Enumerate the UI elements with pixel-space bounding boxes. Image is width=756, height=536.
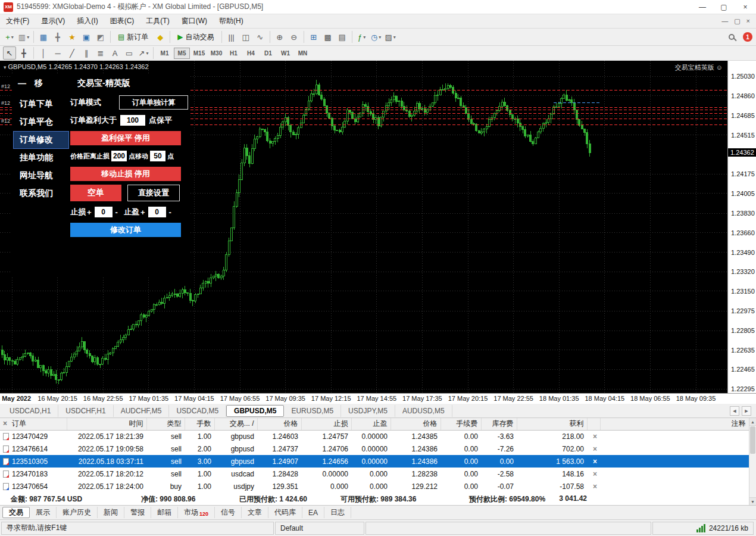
new-order-button[interactable]: ▤新订单 xyxy=(114,30,152,43)
modify-order-button[interactable]: 修改订单 xyxy=(70,223,181,237)
horizontal-line-icon[interactable]: ─ xyxy=(51,46,64,60)
ea-menu-item[interactable]: 订单平仓 xyxy=(13,113,69,131)
close-order-button[interactable]: × xyxy=(593,457,597,466)
column-header[interactable]: 价格 xyxy=(257,418,301,430)
chart-minimize-icon[interactable]: — xyxy=(721,17,728,25)
cursor-icon[interactable]: ↖ xyxy=(3,46,16,60)
menu-item[interactable]: 工具(T) xyxy=(140,16,175,26)
menu-item[interactable]: 插入(I) xyxy=(71,16,104,26)
autotrading-button[interactable]: ▶自动交易 xyxy=(173,30,218,43)
chart-restore-icon[interactable]: ▢ xyxy=(734,17,740,25)
trendline-icon[interactable]: ╱ xyxy=(65,46,79,60)
profiles-icon[interactable]: ▥▾ xyxy=(17,30,30,43)
tile-windows-icon[interactable]: ⊞ xyxy=(307,30,320,43)
timeframe-m1[interactable]: M1 xyxy=(157,48,173,59)
navigator-icon[interactable]: ★ xyxy=(65,30,79,43)
column-header[interactable]: 止盈 xyxy=(351,418,391,430)
terminal-tab-账户历史[interactable]: 账户历史 xyxy=(57,507,98,518)
table-row[interactable]: 1234766142022.05.17 19:09:58sell2.00gbpu… xyxy=(0,442,749,455)
chart-tab[interactable]: USDJPY,M5 xyxy=(341,405,395,417)
chart-tab[interactable]: USDCHF,H1 xyxy=(58,405,113,417)
ea-menu-item[interactable]: 订单修改 xyxy=(13,131,69,149)
status-profile[interactable]: Default xyxy=(275,522,364,535)
breakeven-toggle-button[interactable]: 盈利保平 停用 xyxy=(70,131,181,145)
sl-input[interactable] xyxy=(95,207,113,217)
column-header[interactable]: 交易... / xyxy=(214,418,257,430)
chart-tabs-scroll-left-button[interactable]: ◄ xyxy=(730,406,739,416)
terminal-tab-市场[interactable]: 市场120 xyxy=(178,507,215,518)
chart-tab[interactable]: AUDUSD,M5 xyxy=(395,405,452,417)
arrange-windows-icon[interactable]: ▤ xyxy=(336,30,349,43)
chart-tab[interactable]: USDCAD,H1 xyxy=(2,405,58,417)
column-header[interactable]: 手数 xyxy=(185,418,214,430)
candlestick-chart-icon[interactable]: ◫ xyxy=(239,30,252,43)
crosshair-icon[interactable]: ╋ xyxy=(17,46,30,60)
notification-badge[interactable]: 1 xyxy=(743,32,752,42)
bar-chart-icon[interactable]: ||| xyxy=(225,30,238,43)
timeframe-h1[interactable]: H1 xyxy=(226,48,242,59)
terminal-panel-icon[interactable]: ▣ xyxy=(80,30,93,43)
scroll-down-icon[interactable]: ▼ xyxy=(749,497,756,505)
column-header[interactable]: 手续费 xyxy=(441,418,481,430)
zoom-in-icon[interactable]: ⊕ xyxy=(273,30,286,43)
time-axis[interactable]: 16 May 202216 May 20:1516 May 22:5517 Ma… xyxy=(0,393,756,404)
sl-plus-button[interactable]: + xyxy=(87,208,92,217)
chart-tabs-scroll-right-button[interactable]: ► xyxy=(742,406,751,416)
market-watch-icon[interactable]: ▦ xyxy=(37,30,50,43)
data-window-icon[interactable]: ╋ xyxy=(51,30,64,43)
close-order-button[interactable]: × xyxy=(593,445,597,453)
strategy-tester-icon[interactable]: ◩ xyxy=(94,30,107,43)
tp-plus-button[interactable]: + xyxy=(140,208,145,217)
trail-step-input[interactable] xyxy=(150,151,165,161)
order-mode-button[interactable]: 订单单独计算 xyxy=(119,95,188,110)
terminal-tab-代码库[interactable]: 代码库 xyxy=(268,507,302,518)
channel-icon[interactable]: ∥ xyxy=(80,46,93,60)
label-icon[interactable]: ▭ xyxy=(123,46,136,60)
table-row[interactable]: 1234701832022.05.17 18:20:12sell1.00usdc… xyxy=(0,468,749,480)
text-icon[interactable]: A xyxy=(108,46,121,60)
ea-menu-item[interactable]: 联系我们 xyxy=(13,185,69,202)
chart-area[interactable]: #12#12#12 ▾GBPUSD,M5 1.24265 1.24370 1.2… xyxy=(0,61,756,404)
terminal-tab-新闻[interactable]: 新闻 xyxy=(98,507,124,518)
arrows-icon[interactable]: ↗▾ xyxy=(137,46,150,60)
column-header[interactable]: 价格 xyxy=(391,418,441,430)
window-minimize-button[interactable]: — xyxy=(692,0,713,14)
column-header[interactable]: 止损 xyxy=(301,418,351,430)
menu-item[interactable]: 帮助(H) xyxy=(213,16,249,26)
chart-tab[interactable]: USDCAD,M5 xyxy=(169,405,226,417)
terminal-tab-信号[interactable]: 信号 xyxy=(215,507,242,518)
terminal-tab-日志[interactable]: 日志 xyxy=(324,507,351,518)
timeframe-w1[interactable]: W1 xyxy=(277,48,293,59)
column-header[interactable]: 注释 xyxy=(600,418,749,430)
chart-tab[interactable]: GBPUSD,M5 xyxy=(226,405,284,417)
cascade-windows-icon[interactable]: ▩ xyxy=(321,30,335,43)
fibonacci-icon[interactable]: ≣ xyxy=(94,46,107,60)
window-maximize-button[interactable]: ▢ xyxy=(713,0,735,14)
trailing-stop-toggle-button[interactable]: 移动止损 停用 xyxy=(70,167,181,181)
menu-item[interactable]: 显示(V) xyxy=(35,16,71,26)
ea-move-handle[interactable]: 移 xyxy=(35,78,43,89)
orders-table[interactable]: ×订单时间类型手数交易... /价格止损止盈价格手续费库存费获利注释 12347… xyxy=(0,418,749,493)
vertical-line-icon[interactable]: │ xyxy=(37,46,50,60)
terminal-scrollbar[interactable]: ▲ ▼ xyxy=(749,418,756,505)
terminal-close-icon[interactable]: × xyxy=(3,419,7,428)
table-row[interactable]: 1234704292022.05.17 18:21:39sell1.00gbpu… xyxy=(0,430,749,442)
new-chart-icon[interactable]: +▾ xyxy=(3,30,16,43)
terminal-tab-展示[interactable]: 展示 xyxy=(30,507,57,518)
column-header[interactable]: 类型 xyxy=(146,418,185,430)
chart-tab[interactable]: AUDCHF,M5 xyxy=(114,405,170,417)
window-close-button[interactable]: × xyxy=(735,0,756,14)
ea-menu-item[interactable]: 挂单功能 xyxy=(13,149,69,167)
menu-item[interactable]: 文件(F) xyxy=(0,16,35,26)
scrollbar-thumb[interactable] xyxy=(750,426,755,454)
menu-item[interactable]: 窗口(W) xyxy=(176,16,213,26)
templates-icon[interactable]: ▨▾ xyxy=(384,30,397,43)
price-axis[interactable]: 1.24362 1.250301.248601.246851.245151.24… xyxy=(727,61,756,393)
indicators-icon[interactable]: ƒ▾ xyxy=(355,30,368,43)
metaeditor-icon[interactable]: ◆ xyxy=(154,30,167,43)
terminal-tab-EA[interactable]: EA xyxy=(302,507,324,518)
scroll-up-icon[interactable]: ▲ xyxy=(749,418,756,426)
close-order-button[interactable]: × xyxy=(593,470,597,478)
terminal-tab-交易[interactable]: 交易 xyxy=(2,507,30,518)
zoom-out-icon[interactable]: ⊖ xyxy=(288,30,301,43)
